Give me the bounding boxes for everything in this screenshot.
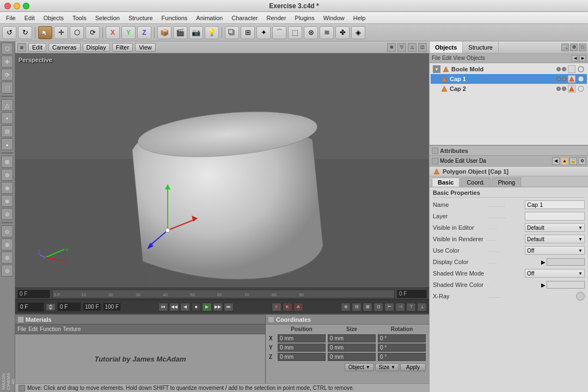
play-start-button[interactable]: ⏮ — [158, 303, 168, 311]
rp-file-button[interactable]: File — [432, 55, 440, 61]
record-key-button[interactable]: K — [283, 303, 292, 311]
attr-nav-left[interactable]: ◀ — [552, 157, 560, 165]
scale-tool-button[interactable]: ⬡ — [70, 26, 84, 39]
camera-button[interactable]: 📷 — [189, 26, 203, 39]
apply-button[interactable]: Apply — [400, 363, 426, 371]
attr-userdata-button[interactable]: User Da — [466, 158, 486, 164]
pb-icon-8[interactable]: ⊥ — [417, 303, 427, 311]
paintbucket-sidebar[interactable]: ⊙ — [1, 225, 13, 237]
y-size-input[interactable]: 0 mm — [328, 344, 376, 352]
use-color-dropdown[interactable]: Off▼ — [525, 246, 585, 255]
menu-objects[interactable]: Objects — [40, 14, 68, 22]
pin-sidebar[interactable]: ⊝ — [1, 265, 13, 277]
fx-button[interactable]: ✤ — [335, 26, 350, 39]
viewport-display-button[interactable]: Display — [83, 43, 110, 52]
menu-selection[interactable]: Selection — [91, 14, 124, 22]
array-button[interactable]: ⊛ — [304, 26, 318, 39]
rotate-tool-button[interactable]: ⟳ — [85, 26, 100, 39]
cube-view-button[interactable] — [225, 26, 239, 39]
fullscreen-button[interactable] — [23, 3, 29, 9]
menu-render[interactable]: Render — [263, 14, 290, 22]
shaded-wire-color-swatch[interactable] — [547, 281, 585, 289]
menu-structure[interactable]: Structure — [125, 14, 157, 22]
rp-objects-button[interactable]: Objects — [467, 55, 485, 61]
attr-mode-button[interactable]: Mode — [440, 158, 454, 164]
move-tool-button[interactable]: ✛ — [54, 26, 68, 39]
rp-icon-search[interactable]: 🔍 — [561, 44, 569, 51]
vp-icon-2[interactable]: ▽ — [397, 43, 406, 52]
viewport-edit-button[interactable]: Edit — [28, 43, 46, 52]
x-rot-input[interactable]: 0 ° — [378, 334, 426, 342]
minimize-button[interactable] — [14, 3, 20, 9]
pb-icon-4[interactable]: ⊡ — [373, 303, 383, 311]
play-back-button[interactable]: ◀ — [180, 303, 190, 311]
z-size-input[interactable]: 0 mm — [328, 353, 376, 361]
tab-structure[interactable]: Structure — [463, 41, 499, 53]
z-pos-input[interactable]: 0 mm — [278, 353, 326, 361]
scene-button[interactable]: 🎬 — [173, 26, 187, 39]
frame-start-input[interactable]: 0 F — [19, 303, 43, 311]
viewport-menu-icon[interactable]: ≡ — [17, 43, 26, 52]
viewport-cameras-button[interactable]: Cameras — [48, 43, 81, 52]
extra-button[interactable]: ◈ — [351, 26, 365, 39]
vp-icon-1[interactable]: ⊕ — [387, 43, 396, 52]
rp-icon-box[interactable]: □ — [579, 44, 586, 51]
menu-window[interactable]: Window — [320, 14, 348, 22]
mirror-sidebar[interactable]: ⊛ — [1, 238, 13, 250]
xray-checkbox[interactable] — [576, 292, 585, 301]
visible-renderer-dropdown[interactable]: Default▼ — [525, 235, 585, 243]
box-tool-button[interactable]: 📦 — [157, 26, 171, 39]
rp-nav-left[interactable]: ◀ — [572, 55, 578, 62]
spline-button[interactable]: ⌒ — [272, 26, 286, 39]
display-color-arrow[interactable]: ▶ — [541, 259, 546, 265]
object-dropdown[interactable]: Object ▼ — [345, 363, 374, 371]
mat-function-button[interactable]: Function — [40, 326, 60, 332]
menu-tools[interactable]: Tools — [69, 14, 90, 22]
menu-help[interactable]: Help — [350, 14, 370, 22]
x-size-input[interactable]: 0 mm — [328, 334, 376, 342]
name-input[interactable]: Cap 1 — [525, 200, 585, 209]
move-sidebar[interactable]: ✛ — [1, 56, 13, 68]
tree-item-cap1[interactable]: Cap 1 — [431, 74, 587, 84]
timeline-ruler[interactable]: 0 F 10 20 30 40 50 60 70 80 90 — [52, 290, 395, 298]
transform-gizmo[interactable] — [146, 181, 211, 258]
tree-item-boole-mold[interactable]: ▼ Boole Mold — [431, 64, 587, 74]
play-stop-button[interactable]: ■ — [191, 303, 201, 311]
frame-step-spinner[interactable] — [46, 303, 56, 311]
menu-file[interactable]: File — [2, 14, 20, 22]
rotate-sidebar[interactable]: ⟳ — [1, 69, 13, 81]
y-axis-button[interactable]: Y — [121, 26, 136, 39]
brush-sidebar[interactable]: ⬥ — [1, 138, 13, 150]
z-rot-input[interactable]: 0 ° — [378, 353, 426, 361]
x-axis-button[interactable]: X — [106, 26, 120, 39]
loop-sidebar[interactable]: ⊚ — [1, 169, 13, 181]
pointer-tool-sidebar[interactable]: ⬡ — [1, 42, 13, 54]
viewport-view-button[interactable]: View — [135, 43, 156, 52]
pb-icon-7[interactable]: ⊤ — [406, 303, 416, 311]
y-rot-input[interactable]: 0 ° — [378, 344, 426, 352]
pb-icon-2[interactable]: ⊟ — [352, 303, 362, 311]
shaded-wire-color-arrow[interactable]: ▶ — [541, 282, 546, 288]
tab-phong[interactable]: Phong — [492, 177, 521, 187]
rp-nav-right[interactable]: ▶ — [579, 55, 586, 62]
play-forward-button[interactable]: ▶ — [202, 303, 212, 311]
light-button[interactable]: 💡 — [205, 26, 219, 39]
viewport-button[interactable]: ⊞ — [241, 26, 255, 39]
edge-sidebar[interactable]: ⊟ — [1, 125, 13, 137]
3d-viewport[interactable]: Perspective — [15, 53, 429, 287]
mat-edit-button[interactable]: Edit — [28, 326, 38, 332]
attr-edit-button[interactable]: Edit — [455, 158, 464, 164]
menu-character[interactable]: Character — [228, 14, 261, 22]
size-dropdown[interactable]: Size ▼ — [375, 363, 399, 371]
menu-edit[interactable]: Edit — [21, 14, 39, 22]
menu-plugins[interactable]: Plugins — [291, 14, 318, 22]
vp-icon-4[interactable]: ◫ — [418, 43, 427, 52]
point-sidebar[interactable]: • — [1, 112, 13, 124]
layer-input[interactable] — [525, 212, 585, 220]
select-tool-button[interactable] — [38, 26, 52, 39]
menu-animation[interactable]: Animation — [192, 14, 226, 22]
display-color-swatch[interactable] — [547, 258, 585, 266]
shaded-wire-mode-dropdown[interactable]: Off▼ — [525, 269, 585, 278]
undo-button[interactable]: ↺ — [2, 26, 16, 39]
attr-settings-icon[interactable]: ⚙ — [578, 157, 586, 165]
